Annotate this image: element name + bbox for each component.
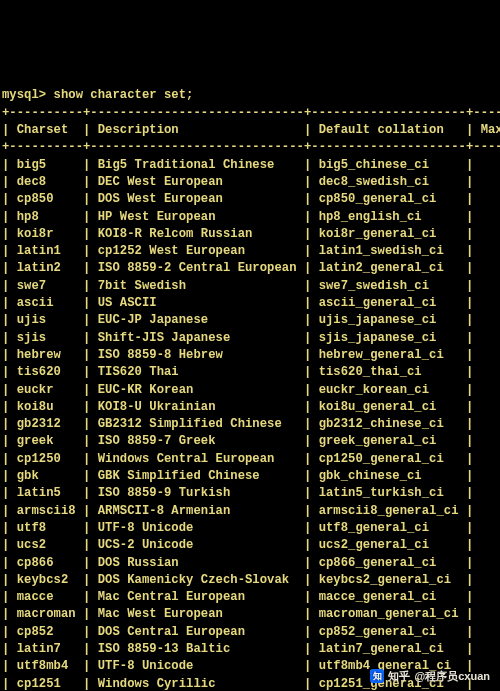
- table-row: | latin2 | ISO 8859-2 Central European |…: [2, 260, 498, 277]
- table-row: | big5 | Big5 Traditional Chinese | big5…: [2, 157, 498, 174]
- table-row: | greek | ISO 8859-7 Greek | greek_gener…: [2, 433, 498, 450]
- watermark: 知 知乎 @程序员cxuan: [370, 668, 490, 685]
- table-row: | armscii8 | ARMSCII-8 Armenian | armsci…: [2, 503, 498, 520]
- table-row: | tis620 | TIS620 Thai | tis620_thai_ci …: [2, 364, 498, 381]
- table-row: | dec8 | DEC West European | dec8_swedis…: [2, 174, 498, 191]
- table-row: | cp866 | DOS Russian | cp866_general_ci…: [2, 555, 498, 572]
- mysql-prompt: mysql> show character set;: [2, 87, 498, 104]
- table-row: | gb2312 | GB2312 Simplified Chinese | g…: [2, 416, 498, 433]
- zhihu-logo-icon: 知: [370, 669, 384, 683]
- table-row: | ujis | EUC-JP Japanese | ujis_japanese…: [2, 312, 498, 329]
- table-border: +----------+----------------------------…: [2, 139, 498, 156]
- table-row: | hp8 | HP West European | hp8_english_c…: [2, 209, 498, 226]
- table-row: | hebrew | ISO 8859-8 Hebrew | hebrew_ge…: [2, 347, 498, 364]
- table-row: | cp850 | DOS West European | cp850_gene…: [2, 191, 498, 208]
- table-row: | ascii | US ASCII | ascii_general_ci | …: [2, 295, 498, 312]
- table-row: | utf8 | UTF-8 Unicode | utf8_general_ci…: [2, 520, 498, 537]
- table-row: | cp1250 | Windows Central European | cp…: [2, 451, 498, 468]
- table-row: | latin1 | cp1252 West European | latin1…: [2, 243, 498, 260]
- table-row: | swe7 | 7bit Swedish | swe7_swedish_ci …: [2, 278, 498, 295]
- table-border: +----------+----------------------------…: [2, 105, 498, 122]
- table-header-row: | Charset | Description | Default collat…: [2, 122, 498, 139]
- table-row: | ucs2 | UCS-2 Unicode | ucs2_general_ci…: [2, 537, 498, 554]
- table-row: | keybcs2 | DOS Kamenicky Czech-Slovak |…: [2, 572, 498, 589]
- table-row: | latin5 | ISO 8859-9 Turkish | latin5_t…: [2, 485, 498, 502]
- table-row: | gbk | GBK Simplified Chinese | gbk_chi…: [2, 468, 498, 485]
- table-row: | sjis | Shift-JIS Japanese | sjis_japan…: [2, 330, 498, 347]
- table-row: | koi8u | KOI8-U Ukrainian | koi8u_gener…: [2, 399, 498, 416]
- table-row: | latin7 | ISO 8859-13 Baltic | latin7_g…: [2, 641, 498, 658]
- table-row: | macroman | Mac West European | macroma…: [2, 606, 498, 623]
- table-row: | euckr | EUC-KR Korean | euckr_korean_c…: [2, 382, 498, 399]
- terminal-output: mysql> show character set;+----------+--…: [0, 86, 500, 691]
- watermark-author: @程序员cxuan: [414, 668, 490, 685]
- table-row: | macce | Mac Central European | macce_g…: [2, 589, 498, 606]
- table-row: | cp852 | DOS Central European | cp852_g…: [2, 624, 498, 641]
- table-row: | koi8r | KOI8-R Relcom Russian | koi8r_…: [2, 226, 498, 243]
- watermark-source: 知乎: [388, 668, 410, 685]
